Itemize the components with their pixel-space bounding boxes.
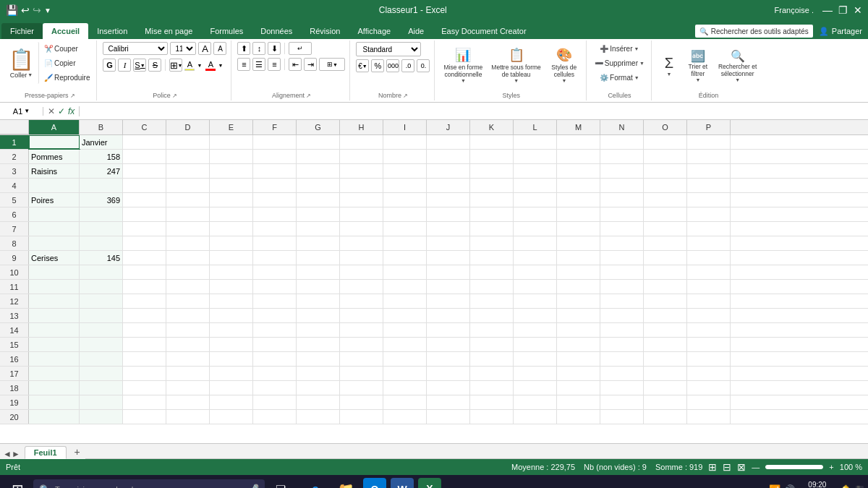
col-header-d[interactable]: D [166, 120, 210, 134]
font-color-dropdown[interactable]: ▼ [218, 63, 223, 68]
cell-M8[interactable] [557, 236, 600, 250]
sort-filter-button[interactable]: 🔤 Trier etfiltrer ▼ [684, 46, 712, 87]
bold-button[interactable]: G [103, 59, 116, 72]
cell-A4[interactable] [29, 179, 80, 192]
share-button[interactable]: 👤Partager [819, 27, 862, 36]
view-page-layout[interactable]: ⊟ [723, 461, 731, 473]
formula-cancel-icon[interactable]: ✕ [48, 106, 55, 116]
cell-H11[interactable] [340, 280, 383, 294]
col-header-n[interactable]: N [600, 120, 644, 134]
redo-icon[interactable]: ↪ [33, 4, 41, 16]
cell-P17[interactable] [687, 367, 731, 380]
cell-D5[interactable] [166, 193, 210, 207]
cell-J16[interactable] [427, 352, 470, 366]
tab-mise-en-page[interactable]: Mise en page [136, 23, 201, 39]
cell-C20[interactable] [123, 410, 166, 424]
cell-M9[interactable] [557, 251, 600, 265]
cell-I5[interactable] [383, 193, 427, 207]
cell-J12[interactable] [427, 294, 470, 308]
cell-F11[interactable] [253, 280, 297, 294]
cell-P8[interactable] [687, 236, 731, 250]
cell-C13[interactable] [123, 309, 166, 322]
cell-H15[interactable] [340, 338, 383, 351]
cell-H18[interactable] [340, 381, 383, 395]
cell-O11[interactable] [644, 280, 687, 294]
cell-L2[interactable] [514, 150, 557, 163]
cell-C1[interactable] [123, 135, 166, 149]
cell-H14[interactable] [340, 323, 383, 337]
cell-M10[interactable] [557, 265, 600, 279]
cell-D19[interactable] [166, 395, 210, 409]
cell-C17[interactable] [123, 367, 166, 380]
cell-A7[interactable] [29, 222, 80, 236]
cell-D17[interactable] [166, 367, 210, 380]
cell-N3[interactable] [600, 164, 644, 178]
cell-I13[interactable] [383, 309, 427, 322]
decrease-decimal-button[interactable]: .0 [401, 59, 414, 72]
cell-M12[interactable] [557, 294, 600, 308]
cell-C14[interactable] [123, 323, 166, 337]
italic-button[interactable]: I [118, 59, 131, 72]
cell-E7[interactable] [210, 222, 253, 236]
zoom-slider[interactable] [765, 465, 823, 469]
cell-P7[interactable] [687, 222, 731, 236]
cell-L15[interactable] [514, 338, 557, 351]
cell-H10[interactable] [340, 265, 383, 279]
cell-L6[interactable] [514, 207, 557, 221]
cell-D16[interactable] [166, 352, 210, 366]
cell-K12[interactable] [470, 294, 514, 308]
mic-icon[interactable]: 🎤 [247, 484, 259, 488]
cell-L20[interactable] [514, 410, 557, 424]
cell-H12[interactable] [340, 294, 383, 308]
cell-G15[interactable] [297, 338, 340, 351]
cell-G13[interactable] [297, 309, 340, 322]
align-bottom-button[interactable]: ⬇ [268, 42, 281, 55]
copier-button[interactable]: 📄 Copier [42, 56, 92, 69]
thousands-button[interactable]: 000 [386, 59, 399, 72]
cell-I2[interactable] [383, 150, 427, 163]
cell-D8[interactable] [166, 236, 210, 250]
cell-L3[interactable] [514, 164, 557, 178]
cell-D4[interactable] [166, 179, 210, 192]
cell-O14[interactable] [644, 323, 687, 337]
row-header-1[interactable]: 1 [0, 135, 29, 149]
cell-B13[interactable] [80, 309, 123, 322]
align-middle-button[interactable]: ↕ [252, 42, 265, 55]
cell-F15[interactable] [253, 338, 297, 351]
cell-F17[interactable] [253, 367, 297, 380]
cell-B5[interactable]: 369 [80, 193, 123, 207]
row-header-17[interactable]: 17 [0, 367, 29, 380]
cell-G18[interactable] [297, 381, 340, 395]
cell-A3[interactable]: Raisins [29, 164, 80, 178]
zoom-minus[interactable]: — [752, 463, 760, 471]
cell-O18[interactable] [644, 381, 687, 395]
cell-E19[interactable] [210, 395, 253, 409]
align-center-button[interactable]: ☰ [252, 58, 265, 71]
cell-N18[interactable] [600, 381, 644, 395]
col-header-i[interactable]: I [383, 120, 427, 134]
cell-F3[interactable] [253, 164, 297, 178]
scroll-sheet-right[interactable]: ► [12, 449, 20, 459]
decrease-indent-button[interactable]: ⇤ [289, 58, 302, 71]
cell-O16[interactable] [644, 352, 687, 366]
cell-J4[interactable] [427, 179, 470, 192]
row-header-14[interactable]: 14 [0, 323, 29, 337]
cell-B16[interactable] [80, 352, 123, 366]
cell-J3[interactable] [427, 164, 470, 178]
formula-confirm-icon[interactable]: ✓ [58, 106, 65, 116]
cell-P12[interactable] [687, 294, 731, 308]
cell-K18[interactable] [470, 381, 514, 395]
word-icon[interactable]: W [391, 478, 414, 488]
row-header-15[interactable]: 15 [0, 338, 29, 351]
cell-D11[interactable] [166, 280, 210, 294]
cell-E15[interactable] [210, 338, 253, 351]
cell-K19[interactable] [470, 395, 514, 409]
scroll-sheet-left[interactable]: ◄ [3, 449, 12, 459]
row-header-5[interactable]: 5 [0, 193, 29, 207]
col-header-g[interactable]: G [297, 120, 340, 134]
cell-E18[interactable] [210, 381, 253, 395]
borders-button[interactable]: ⊞▼ [169, 59, 182, 72]
notification-icon[interactable]: 🔔 [840, 484, 851, 489]
cell-H19[interactable] [340, 395, 383, 409]
more-icon[interactable]: ▼ [44, 7, 51, 14]
